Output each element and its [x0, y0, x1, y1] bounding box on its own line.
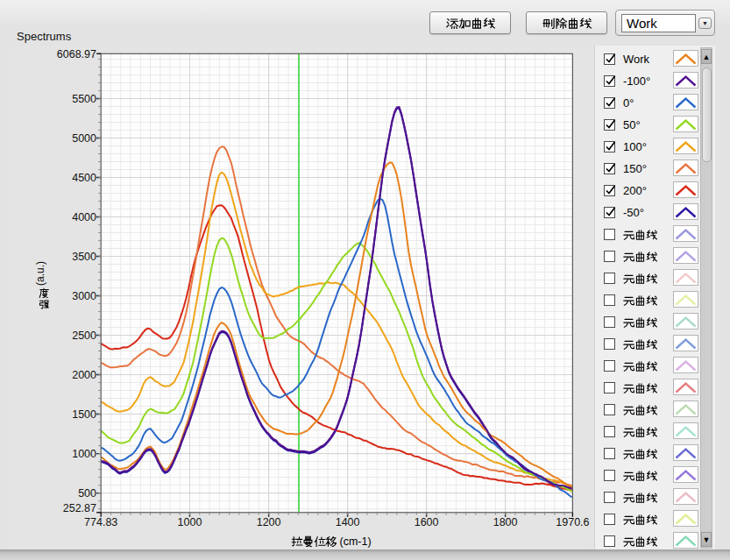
- svg-text:6068.97: 6068.97: [57, 48, 96, 60]
- svg-text:1000: 1000: [178, 516, 202, 528]
- svg-text:5500: 5500: [72, 93, 96, 105]
- svg-text:774.83: 774.83: [84, 516, 117, 528]
- svg-text:1400: 1400: [336, 516, 360, 528]
- svg-text:252.87: 252.87: [63, 502, 96, 514]
- svg-text:3000: 3000: [72, 290, 96, 302]
- svg-text:1600: 1600: [415, 516, 439, 528]
- svg-text:2000: 2000: [72, 369, 96, 381]
- svg-text:1200: 1200: [257, 516, 281, 528]
- svg-text:1000: 1000: [72, 448, 96, 460]
- svg-text:5000: 5000: [72, 132, 96, 145]
- svg-text:4000: 4000: [72, 211, 96, 223]
- svg-text:1970.6: 1970.6: [556, 516, 589, 528]
- svg-text:1500: 1500: [72, 408, 96, 421]
- svg-text:3500: 3500: [72, 251, 96, 263]
- svg-text:1800: 1800: [493, 516, 518, 528]
- svg-text:2500: 2500: [72, 330, 96, 342]
- svg-text:4500: 4500: [72, 172, 96, 184]
- svg-text:500: 500: [78, 487, 96, 500]
